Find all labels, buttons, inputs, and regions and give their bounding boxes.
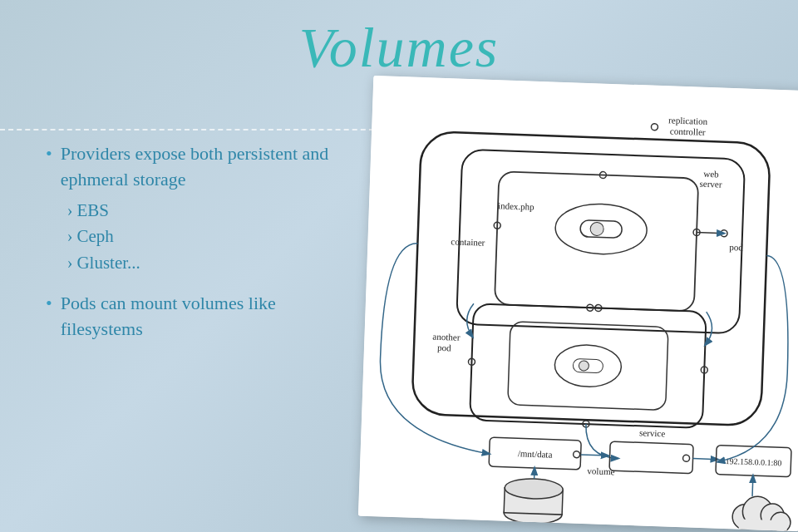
bullet-text-1: Providers expose both persistent and eph…: [61, 143, 329, 190]
svg-point-25: [579, 361, 589, 371]
svg-text:/mnt/data: /mnt/data: [518, 448, 553, 459]
page-title: Volumes: [0, 15, 798, 81]
bullet-dot-2: •: [46, 293, 52, 314]
svg-text:pod: pod: [437, 342, 451, 353]
svg-text:another: another: [432, 332, 461, 342]
diagram-wrapper: replication controller web server pod co…: [358, 76, 798, 531]
svg-text:web: web: [703, 169, 719, 180]
svg-text:replication: replication: [668, 115, 708, 126]
bullet-item-1: • Providers expose both persistent and e…: [46, 141, 362, 276]
left-content-area: • Providers expose both persistent and e…: [46, 141, 362, 357]
svg-text:pod: pod: [729, 242, 743, 253]
svg-rect-51: [738, 520, 787, 532]
svg-text:server: server: [699, 179, 722, 190]
bullet-text-2: Pods can mount volumes like filesystems: [61, 293, 276, 339]
diagram-paper: replication controller web server pod co…: [358, 76, 798, 531]
svg-line-35: [693, 459, 718, 460]
diagram-svg: replication controller web server pod co…: [358, 76, 798, 531]
dashed-divider: [0, 129, 382, 131]
svg-text:service: service: [639, 427, 666, 438]
sub-item-ebs: EBS: [67, 198, 362, 224]
svg-text:container: container: [451, 236, 485, 247]
bullet-item-2: • Pods can mount volumes like filesystem…: [46, 291, 362, 342]
svg-line-52: [752, 475, 753, 496]
svg-text:index.php: index.php: [498, 200, 535, 212]
svg-point-15: [590, 222, 604, 236]
sub-items-1: EBS Ceph Gluster...: [67, 198, 362, 277]
sub-item-gluster: Gluster...: [67, 250, 362, 277]
svg-text:192.158.0.0.1:80: 192.158.0.0.1:80: [725, 456, 781, 467]
sub-item-ceph: Ceph: [67, 224, 362, 250]
svg-text:volume: volume: [587, 466, 615, 476]
bullet-dot-1: •: [46, 143, 52, 165]
svg-text:controller: controller: [670, 126, 706, 136]
